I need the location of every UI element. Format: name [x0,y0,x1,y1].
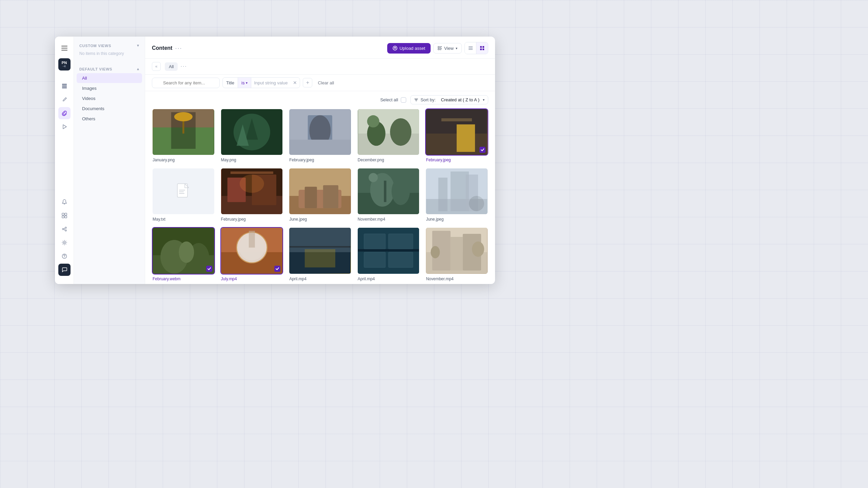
asset-card[interactable]: December.png [357,108,420,162]
sort-button[interactable]: Sort by: Created at ( Z to A ) ▾ [410,95,488,104]
bell-icon-button[interactable] [58,196,71,208]
asset-image [289,168,351,214]
hamburger-button[interactable] [58,42,71,54]
view-button[interactable]: View ▾ [433,43,462,54]
asset-thumbnail [357,227,420,274]
sidebar-item-others-label: Others [82,116,95,121]
svg-rect-105 [432,231,451,270]
help-icon-button[interactable] [58,250,71,262]
filter-chip-clear-button[interactable]: ✕ [290,80,300,85]
sidebar-item-others[interactable]: Others [77,114,142,124]
custom-views-toggle[interactable]: ▾ [137,43,139,48]
select-all-label: Select all [380,97,398,102]
search-input[interactable] [152,78,220,88]
sort-value: Created at ( Z to A ) [441,97,479,102]
svg-rect-93 [290,228,351,252]
svg-rect-58 [221,168,282,214]
svg-point-85 [179,242,194,263]
asset-card[interactable]: February.webm [152,227,215,281]
asset-image [426,168,488,214]
asset-card[interactable]: November.mp4 [357,168,420,222]
svg-point-12 [62,228,64,230]
grid-icon-button[interactable] [58,209,71,222]
asset-card[interactable]: April.mp4 [289,227,352,281]
asset-card[interactable]: May.txt [152,168,215,222]
file-icon [177,183,190,200]
svg-rect-97 [358,228,419,273]
asset-card[interactable]: May.png [220,108,283,162]
sidebar-item-images[interactable]: Images [77,83,142,93]
asset-card[interactable]: January.png [152,108,215,162]
tab-all[interactable]: All [165,62,178,71]
asset-thumbnail [289,227,352,274]
filter-chip-op[interactable]: is ▾ [238,78,251,88]
view-icon [438,46,442,50]
sidebar-item-images-label: Images [82,86,97,91]
asset-card[interactable]: June.jpeg [425,168,488,222]
search-wrapper [152,78,220,88]
upload-icon [393,46,397,50]
filter-chip-value[interactable]: Input string value [251,80,290,85]
svg-rect-22 [440,47,441,48]
asset-card[interactable]: November.mp4 [425,227,488,281]
collapse-button[interactable]: « [152,62,161,71]
select-all-checkbox[interactable] [401,97,406,103]
svg-rect-57 [179,193,184,194]
edit-icon-button[interactable] [58,94,71,106]
select-all-area: Select all [380,97,406,103]
svg-rect-27 [469,48,473,48]
main-content: Content ··· Upload asset [145,37,495,284]
svg-rect-92 [290,252,351,274]
asset-name: July.mp4 [220,277,283,281]
svg-rect-50 [426,109,487,155]
svg-rect-25 [440,49,441,50]
grid-view-button[interactable] [476,42,488,54]
svg-point-63 [239,175,264,193]
default-views-toggle[interactable]: ▴ [137,67,139,71]
clip-icon-button[interactable] [58,107,71,119]
asset-thumbnail [220,168,283,215]
asset-image [221,109,283,155]
gear-icon-button[interactable] [58,237,71,249]
filter-add-button[interactable]: + [303,78,312,87]
svg-rect-23 [438,48,439,50]
share-icon-button[interactable] [58,223,71,235]
chat-icon-button[interactable] [58,264,71,276]
asset-name: June.jpeg [289,217,352,222]
sidebar-item-documents[interactable]: Documents [77,104,142,114]
svg-point-80 [469,196,484,211]
asset-name: November.mp4 [425,277,488,281]
header-more-button[interactable]: ··· [175,45,182,52]
selected-checkbox [479,147,486,153]
clear-all-button[interactable]: Clear all [315,79,337,87]
asset-card[interactable]: February.jpeg [289,108,352,162]
svg-rect-101 [389,252,413,268]
svg-point-73 [369,173,378,182]
asset-card[interactable]: July.mp4 [220,227,283,281]
svg-rect-56 [179,191,184,192]
asset-card[interactable]: June.jpeg [289,168,352,222]
sort-chevron: ▾ [483,98,485,102]
avatar-button[interactable]: PN ~E [58,58,71,70]
sidebar-item-videos[interactable]: Videos [77,94,142,103]
asset-card[interactable]: February.jpeg [425,108,488,162]
asset-image [153,109,214,155]
asset-thumbnail [289,168,352,215]
toolbar-more-button[interactable]: ··· [180,63,187,69]
svg-point-89 [239,235,265,261]
layers-icon-button[interactable] [58,80,71,92]
asset-thumbnail [220,108,283,156]
sidebar-item-all[interactable]: All [77,73,142,83]
asset-name: April.mp4 [289,277,352,281]
asset-card[interactable]: April.mp4 [357,227,420,281]
selected-checkbox [274,266,280,272]
upload-asset-button[interactable]: Upload asset [387,43,431,54]
icon-bar-top: PN ~E [58,42,71,195]
asset-image [221,228,283,273]
play-icon-button[interactable] [58,121,71,133]
asset-name: February.webm [152,277,215,281]
list-view-button[interactable] [465,42,476,54]
asset-thumbnail [357,108,420,156]
asset-card[interactable]: February.jpeg [220,168,283,222]
selected-checkbox [206,266,212,272]
